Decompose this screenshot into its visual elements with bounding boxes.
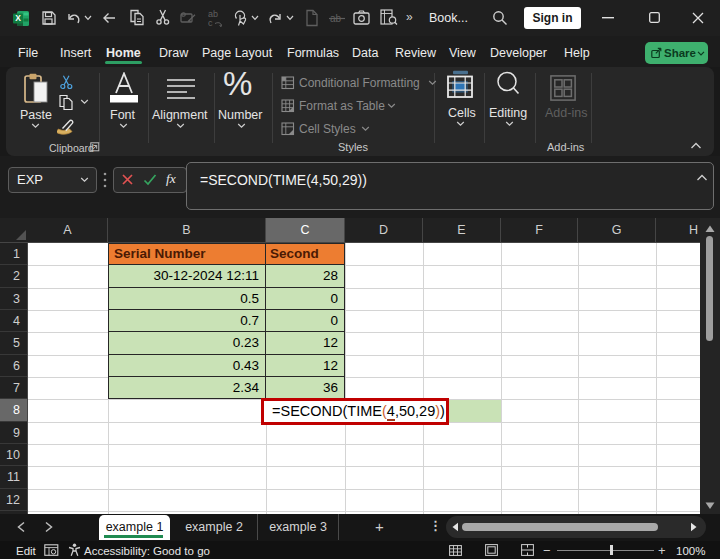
svg-text:c: c	[208, 18, 213, 27]
svg-text:X: X	[15, 13, 21, 23]
